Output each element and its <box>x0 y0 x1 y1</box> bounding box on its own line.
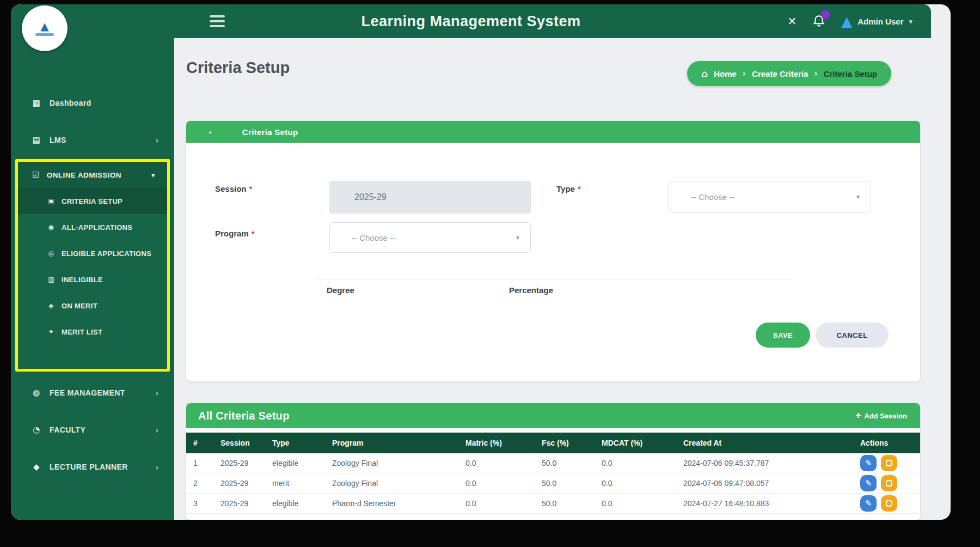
cell-number: 2 <box>193 479 220 488</box>
edit-action-button[interactable]: ✎ <box>860 495 877 512</box>
session-field[interactable] <box>329 181 531 214</box>
cell-program: Zoology Final <box>332 459 465 467</box>
cell-actions: ✎ <box>860 475 920 491</box>
breadcrumb-create-criteria[interactable]: Create Criteria <box>752 69 808 78</box>
table-row: 3 2025-29 elegible Pharm-d Semester 0.0 … <box>186 494 920 514</box>
cell-created-at: 2024-07-27 16:48:10.883 <box>683 499 860 508</box>
breadcrumb-home[interactable]: Home <box>714 69 737 78</box>
notifications-bell-icon[interactable] <box>812 14 826 29</box>
sidebar-item-faculty[interactable]: ◔ FACULTY › <box>11 417 174 442</box>
col-mdcat: MDCAT (%) <box>602 439 683 447</box>
percentage-column-header: Percentage <box>509 285 553 295</box>
sidebar-item-all-applications[interactable]: ◉ ALL-APPLICATIONS <box>18 214 167 240</box>
sidebar-item-online-admission[interactable]: ☑ ONLINE ADMISSION ▾ <box>18 162 167 188</box>
close-icon[interactable]: ✕ <box>788 15 797 28</box>
breadcrumb-separator: › <box>743 69 746 78</box>
sidebar-item-label: ON MERIT <box>62 302 97 310</box>
lecture-planner-icon: ◆ <box>32 462 41 472</box>
pencil-icon: ✎ <box>865 478 872 488</box>
required-marker: * <box>252 229 255 238</box>
breadcrumb: ⌂ Home › Create Criteria › Criteria Setu… <box>687 61 891 86</box>
cell-fsc: 50.0 <box>542 499 602 508</box>
box-icon <box>886 480 892 487</box>
sidebar-item-label: Dashboard <box>50 99 91 107</box>
logo-wordmark <box>35 33 54 36</box>
add-session-button[interactable]: ✚ Add Session <box>855 412 907 420</box>
edit-action-button[interactable]: ✎ <box>860 475 877 491</box>
sidebar-item-label: FEE MANAGEMENT <box>50 388 125 397</box>
sidebar-item-merit-list[interactable]: ✦ MERIT LIST <box>18 319 167 345</box>
secondary-action-button[interactable] <box>881 455 897 471</box>
save-button[interactable]: SAVE <box>756 323 810 348</box>
header-actions: ✕ ▲ Admin User ▾ <box>788 4 912 38</box>
cell-actions: ✎ <box>860 455 920 471</box>
program-select[interactable]: -- Choose -- ▾ <box>329 222 531 253</box>
logo-triangle-icon: ▲ <box>40 21 48 32</box>
col-actions: Actions <box>860 439 920 447</box>
cell-mdcat: 0.0 <box>602 499 683 508</box>
col-number: # <box>193 439 220 447</box>
sidebar-item-label: CRITERIA SETUP <box>62 197 122 205</box>
pencil-icon: ✎ <box>865 499 872 508</box>
type-label: Type* <box>556 184 581 193</box>
merit-list-icon: ✦ <box>47 328 55 336</box>
panel-header: All Criteria Setup ✚ Add Session <box>186 403 920 428</box>
cell-type: elegible <box>272 499 332 508</box>
bullet-icon: • <box>209 128 212 136</box>
chevron-down-icon: ▾ <box>151 171 155 179</box>
cell-matric: 0.0 <box>465 499 542 508</box>
panel-title: All Criteria Setup <box>198 410 290 422</box>
sidebar-item-on-merit[interactable]: ◈ ON MERIT <box>18 293 167 319</box>
fee-management-icon: ◍ <box>32 388 41 398</box>
user-menu[interactable]: ▲ Admin User ▾ <box>841 14 912 28</box>
cell-session: 2025-29 <box>220 499 272 508</box>
chevron-right-icon: › <box>155 388 159 398</box>
add-session-label: Add Session <box>864 412 907 420</box>
col-created-at: Created At <box>683 439 860 447</box>
box-icon <box>886 460 892 466</box>
cell-number: 3 <box>193 499 220 508</box>
panel-title: Criteria Setup <box>242 127 298 137</box>
home-icon: ⌂ <box>701 68 708 79</box>
cell-type: merit <box>272 479 332 488</box>
secondary-action-button[interactable] <box>881 475 897 491</box>
dashboard-icon: ▦ <box>32 98 41 108</box>
breadcrumb-separator: › <box>814 69 817 78</box>
all-criteria-setup-panel: All Criteria Setup ✚ Add Session # Sessi… <box>186 403 920 520</box>
session-label: Session* <box>215 184 252 193</box>
sidebar-item-label: FACULTY <box>50 426 85 434</box>
chevron-down-icon: ▾ <box>909 17 912 26</box>
chevron-right-icon: › <box>155 425 159 435</box>
notification-badge <box>821 10 830 19</box>
table-header-row: # Session Type Program Matric (%) Fsc (%… <box>186 433 920 453</box>
cell-session: 2025-29 <box>220 459 272 467</box>
cell-mdcat: 0.0 <box>602 459 683 467</box>
sidebar-item-fee-management[interactable]: ◍ FEE MANAGEMENT › <box>11 380 174 405</box>
criteria-setup-panel: • Criteria Setup Session* Type* -- Choos… <box>186 121 920 381</box>
type-select-value: -- Choose -- <box>691 192 734 202</box>
sidebar-item-lecture-planner[interactable]: ◆ LECTURE PLANNER › <box>11 454 174 479</box>
cancel-button[interactable]: CANCEL <box>816 323 889 348</box>
sidebar-item-label: LMS <box>50 136 66 144</box>
sidebar-item-eligible-applications[interactable]: ◎ ELIGIBLE APPLICATIONS <box>18 240 167 266</box>
edit-action-button[interactable]: ✎ <box>860 455 877 471</box>
secondary-action-button[interactable] <box>881 495 897 512</box>
app-window: Learning Management System ✕ ▲ Admin Use… <box>11 4 951 520</box>
cell-fsc: 50.0 <box>542 459 602 467</box>
applications-icon: ◉ <box>47 223 55 231</box>
table-row: 1 2025-29 elegible Zoology Final 0.0 50.… <box>186 453 920 473</box>
type-select[interactable]: -- Choose -- ▾ <box>669 181 871 212</box>
sidebar-item-dashboard[interactable]: ▦ Dashboard <box>11 90 174 116</box>
sidebar-item-label: ONLINE ADMISSION <box>47 171 121 179</box>
app-logo: ▲ <box>22 5 68 51</box>
cell-matric: 0.0 <box>465 459 542 467</box>
sidebar-item-criteria-setup[interactable]: ▣ CRITERIA SETUP <box>18 188 167 214</box>
sidebar-item-lms[interactable]: ▤ LMS › <box>11 127 174 153</box>
sidebar-item-label: ALL-APPLICATIONS <box>62 223 132 232</box>
admission-checkbox-icon: ☑ <box>32 170 40 180</box>
cell-created-at: 2024-07-06 09:45:37.787 <box>683 459 860 467</box>
sidebar-item-ineligible[interactable]: ▥ INELIGIBLE <box>18 266 167 293</box>
user-name: Admin User <box>857 17 903 26</box>
table-row: 2 2025-29 merit Zoology Final 0.0 50.0 0… <box>186 473 920 494</box>
sidebar-item-label: ELIGIBLE APPLICATIONS <box>62 250 151 258</box>
